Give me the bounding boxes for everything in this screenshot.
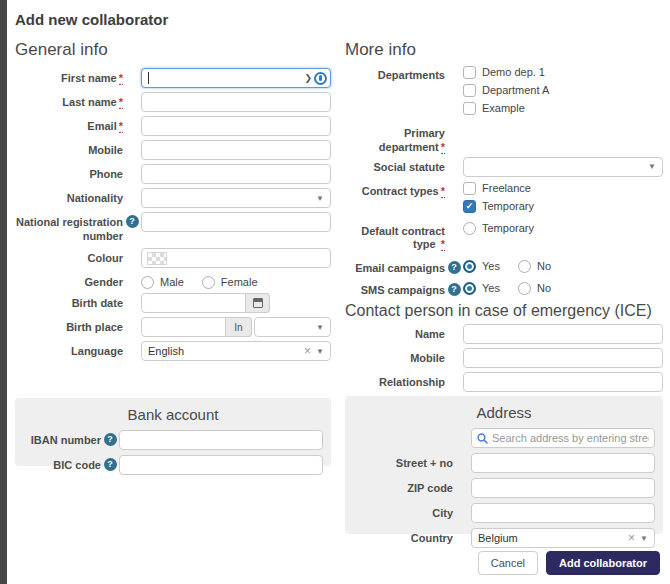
country-row: Country Belgium × ▼	[353, 528, 655, 548]
birth-date-input[interactable]	[141, 293, 246, 313]
text-caret	[148, 72, 149, 84]
chevron-down-icon: ▼	[640, 534, 648, 543]
help-icon[interactable]: ?	[448, 261, 461, 274]
language-select[interactable]: English × ▼	[141, 341, 331, 361]
cancel-button[interactable]: Cancel	[478, 551, 538, 575]
contract-type-checkbox-temporary[interactable]: ✓Temporary	[463, 199, 534, 213]
nationality-label: Nationality	[15, 188, 123, 206]
help-icon[interactable]: ?	[104, 458, 117, 471]
city-row: City	[353, 503, 655, 523]
social-statute-select[interactable]: ▼	[463, 157, 663, 177]
dialog-footer: Cancel Add collaborator	[478, 551, 660, 575]
national-registration-input[interactable]	[141, 212, 331, 232]
required-mark: *	[119, 120, 123, 133]
ice-name-input[interactable]	[463, 324, 663, 344]
email-campaigns-label: Email campaigns	[345, 258, 445, 276]
iban-label: IBAN number	[23, 430, 101, 448]
email-campaigns-no-radio[interactable]: No	[518, 259, 551, 273]
language-label: Language	[15, 341, 123, 359]
nationality-select[interactable]: ▼	[141, 188, 331, 208]
help-icon[interactable]: ?	[104, 433, 117, 446]
contract-type-checkbox-freelance[interactable]: Freelance	[463, 181, 531, 195]
last-name-row: Last name*	[15, 92, 331, 112]
address-heading: Address	[353, 404, 655, 421]
department-checkbox-department-a[interactable]: Department A	[463, 83, 549, 97]
colour-swatch[interactable]	[147, 252, 167, 265]
required-mark: *	[441, 185, 445, 198]
birth-date-label: Birth date	[15, 293, 123, 311]
more-info-heading: More info	[345, 40, 663, 60]
email-input[interactable]	[141, 116, 331, 136]
ice-mobile-row: Mobile	[345, 348, 663, 368]
ice-name-row: Name	[345, 324, 663, 344]
national-registration-label: National registration number	[15, 212, 123, 244]
birth-place-region-select[interactable]: ▼	[254, 317, 331, 337]
required-mark: *	[119, 72, 123, 85]
password-manager-icon[interactable]	[314, 72, 327, 85]
first-name-input[interactable]: ❯	[141, 68, 331, 88]
last-name-input[interactable]	[141, 92, 331, 112]
primary-department-row: Primary department*	[345, 123, 663, 155]
birth-date-row: Birth date	[15, 293, 331, 313]
bank-account-heading: Bank account	[23, 406, 323, 423]
phone-label: Phone	[15, 164, 123, 182]
country-value: Belgium	[478, 532, 623, 544]
city-input[interactable]	[471, 503, 655, 523]
clear-icon[interactable]: ×	[304, 345, 311, 357]
chevron-down-icon: ▼	[316, 194, 324, 203]
chevron-right-icon[interactable]: ❯	[304, 74, 312, 83]
colour-input[interactable]	[141, 248, 331, 268]
language-value: English	[148, 345, 299, 357]
chevron-down-icon: ▼	[648, 162, 656, 171]
department-checkbox-demo-dep-1[interactable]: Demo dep. 1	[463, 65, 545, 79]
address-search-input[interactable]	[492, 432, 649, 444]
birth-place-input[interactable]	[141, 317, 226, 337]
sms-campaigns-yes-radio[interactable]: Yes	[463, 281, 500, 295]
ice-relationship-input[interactable]	[463, 372, 663, 392]
last-name-label: Last name*	[15, 92, 123, 110]
first-name-row: First name* ❯	[15, 68, 331, 88]
city-label: City	[353, 503, 453, 521]
add-collaborator-button[interactable]: Add collaborator	[546, 551, 660, 575]
help-icon[interactable]: ?	[126, 215, 139, 228]
zip-input[interactable]	[471, 478, 655, 498]
gender-radio-female[interactable]: Female	[202, 275, 258, 289]
country-select[interactable]: Belgium × ▼	[471, 528, 655, 548]
clear-icon[interactable]: ×	[628, 532, 635, 544]
email-label: Email*	[15, 116, 123, 134]
background-page-strip	[0, 0, 7, 584]
birth-place-in-button[interactable]: In	[226, 317, 252, 337]
contract-types-label: Contract types*	[345, 181, 445, 199]
phone-row: Phone	[15, 164, 331, 184]
general-info-section: General info First name* ❯ Last name* Em…	[15, 40, 331, 365]
general-info-heading: General info	[15, 40, 331, 60]
ice-heading: Contact person in case of emergency (ICE…	[345, 302, 663, 320]
birth-place-row: Birth place In ▼	[15, 317, 331, 337]
bic-row: BIC code ?	[23, 455, 323, 475]
department-checkbox-example[interactable]: Example	[463, 101, 525, 115]
email-campaigns-yes-radio[interactable]: Yes	[463, 259, 500, 273]
more-info-section: More info Departments Demo dep. 1 Depart…	[345, 40, 663, 437]
ice-mobile-input[interactable]	[463, 348, 663, 368]
gender-radio-male[interactable]: Male	[141, 275, 184, 289]
sms-campaigns-label: SMS campaigns	[345, 280, 445, 298]
default-contract-radio-temporary[interactable]: Temporary	[463, 221, 534, 235]
add-collaborator-dialog: Add new collaborator General info First …	[7, 0, 670, 584]
address-search-box[interactable]	[471, 428, 655, 448]
street-row: Street + no	[353, 453, 655, 473]
colour-row: Colour	[15, 248, 331, 268]
bic-input[interactable]	[119, 455, 323, 475]
address-section: Address Street + no ZIP code	[345, 396, 663, 534]
mobile-input[interactable]	[141, 140, 331, 160]
social-statute-row: Social statute ▼	[345, 157, 663, 177]
bic-label: BIC code	[23, 455, 101, 473]
gender-label: Gender	[15, 272, 123, 290]
sms-campaigns-no-radio[interactable]: No	[518, 281, 551, 295]
street-input[interactable]	[471, 453, 655, 473]
birth-place-label: Birth place	[15, 317, 123, 335]
phone-input[interactable]	[141, 164, 331, 184]
bank-account-section: Bank account IBAN number ? BIC code ?	[15, 398, 331, 466]
calendar-button[interactable]	[246, 293, 270, 313]
iban-input[interactable]	[119, 430, 323, 450]
help-icon[interactable]: ?	[448, 283, 461, 296]
